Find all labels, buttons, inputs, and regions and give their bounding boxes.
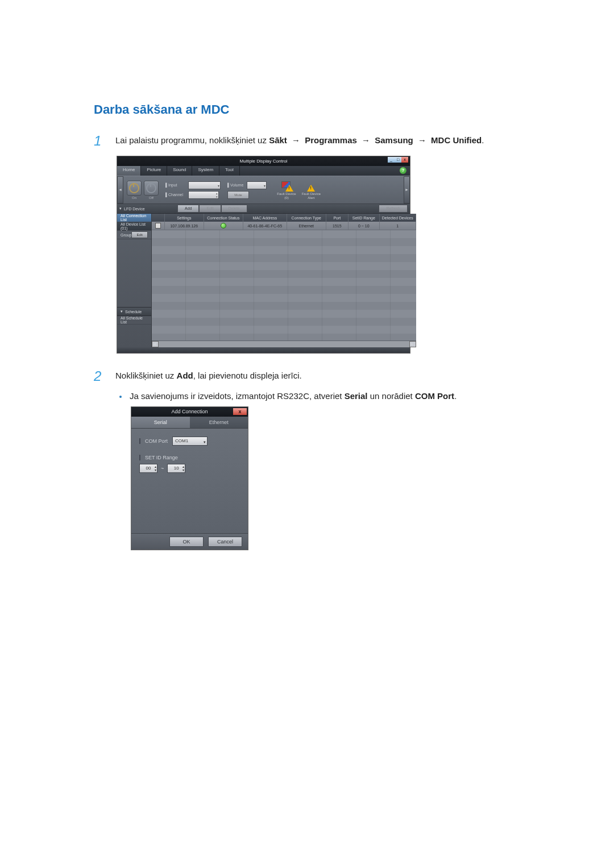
col-connection-type: Connection Type (287, 214, 326, 222)
range-from-spinner[interactable]: 00 ▴▾ (139, 464, 157, 473)
mdc-statusbar (117, 347, 410, 353)
window-close-button[interactable]: x (401, 157, 408, 163)
col-setid-range: SetID Range (349, 214, 380, 222)
menu-tool[interactable]: Tool (219, 166, 240, 176)
menu-home[interactable]: Home (117, 166, 141, 176)
scroll-right-icon[interactable]: ► (409, 341, 416, 347)
delete-button[interactable]: Delete (221, 205, 247, 213)
com-port-label: COM Port (145, 438, 168, 444)
cell-mac: 40-61-86-4E-FC-65 (243, 222, 287, 230)
mdc-main: Settings Connection Status MAC Address C… (152, 214, 416, 347)
mdc-menubar: Home Picture Sound System Tool ? (117, 166, 410, 176)
add-connection-dialog: Add Connection x Serial Ethernet COM Por… (131, 406, 248, 550)
channel-spinner[interactable]: ▴▾ (188, 191, 219, 199)
com-port-combo[interactable]: COM1 ▾ (172, 437, 208, 446)
cancel-button[interactable]: Cancel (208, 537, 242, 547)
col-port: Port (326, 214, 349, 222)
sidebar-all-connection[interactable]: All Connection List (117, 214, 151, 222)
step-2-text: Noklikšķiniet uz Add, lai pievienotu dis… (115, 369, 526, 383)
fault-alert-label1: Fault Device (302, 192, 321, 196)
range-from-value: 00 (146, 466, 151, 471)
ok-button[interactable]: OK (169, 537, 204, 547)
add-button[interactable]: Add (177, 205, 199, 213)
step-2-lead: Noklikšķiniet uz (115, 371, 177, 380)
sidebar-schedule-head[interactable]: ▾ Schedule (117, 307, 151, 316)
window-maximize-button[interactable]: □ (395, 157, 401, 163)
bullet-lead: Ja savienojums ir izveidots, izmantojot … (130, 391, 345, 401)
bullet-text: Ja savienojums ir izveidots, izmantojot … (130, 391, 457, 401)
input-label: Input (168, 183, 177, 187)
tab-serial[interactable]: Serial (131, 417, 190, 428)
arrow-icon: → (359, 135, 372, 145)
sidebar-group-edit[interactable]: Edit (131, 231, 147, 238)
row-checkbox[interactable] (155, 223, 161, 229)
toolbar-scroll-left[interactable]: ◄ (117, 176, 123, 203)
col-settings: Settings (165, 214, 204, 222)
period: . (482, 135, 484, 145)
caret-down-icon[interactable]: ▾ (119, 206, 122, 211)
menu-system[interactable]: System (192, 166, 219, 176)
fault-alert-icon[interactable] (304, 180, 318, 192)
sidebar-all-device-list[interactable]: All Device List (01) (117, 222, 151, 231)
dialog-title: Add Connection (171, 409, 208, 414)
mdc-actionbar: ▾ LFD Device Add Edit Delete Refresh (117, 204, 410, 214)
range-separator: ~ (161, 466, 164, 471)
arrow-icon: → (289, 135, 302, 145)
power-on-label: On (127, 196, 142, 200)
fault-device-count: (0) (284, 196, 288, 200)
com-port-value: COM1 (175, 438, 188, 443)
bullet-icon (119, 396, 122, 398)
horizontal-scrollbar[interactable]: ◄ ► (152, 340, 416, 347)
bullet-comport: COM Port (415, 391, 454, 401)
step-2-bold: Add (177, 371, 193, 380)
input-combo[interactable]: ▾ (188, 181, 221, 189)
mdc-sidebar: All Connection List All Device List (01)… (117, 214, 152, 347)
refresh-button[interactable]: Refresh (379, 205, 408, 213)
scroll-left-icon[interactable]: ◄ (152, 341, 159, 347)
cell-range: 0 ~ 10 (349, 222, 380, 230)
fault-device-icon[interactable] (280, 180, 293, 192)
step-1-path-samsung: Samsung (375, 135, 413, 145)
range-to-spinner[interactable]: 10 ▴▾ (167, 464, 185, 473)
section-title: Darba sākšana ar MDC (94, 102, 526, 117)
field-bar-icon (139, 438, 140, 444)
menu-picture[interactable]: Picture (141, 166, 167, 176)
help-icon[interactable]: ? (400, 167, 406, 174)
volume-field[interactable]: ▾ (247, 181, 267, 189)
menu-sound[interactable]: Sound (167, 166, 192, 176)
window-minimize-button[interactable]: _ (388, 157, 395, 163)
col-checkbox (152, 214, 165, 222)
table-empty-area (152, 230, 416, 340)
step-1-path-app: MDC Unified (431, 135, 482, 145)
dialog-close-button[interactable]: x (233, 408, 247, 415)
spinner-updown-icon[interactable]: ▴▾ (155, 465, 156, 472)
tab-ethernet[interactable]: Ethernet (190, 417, 248, 428)
step-2: 2 Noklikšķiniet uz Add, lai pievienotu d… (94, 369, 526, 383)
sidebar-all-schedule-list[interactable]: All Schedule List (117, 316, 151, 325)
table-row[interactable]: 107.108.89.126 40-61-86-4E-FC-65 Etherne… (152, 222, 416, 230)
toolbar-scroll-right[interactable]: ► (404, 176, 410, 203)
cell-conn-type: Ethernet (287, 222, 326, 230)
power-off-button[interactable] (144, 181, 159, 196)
spinner-updown-icon[interactable]: ▴▾ (182, 465, 184, 472)
fault-alert-label2: Alert (308, 196, 314, 200)
sidebar-schedule-label: Schedule (125, 310, 142, 314)
bullet-mid: un norādiet (368, 391, 415, 401)
cell-port: 1515 (326, 222, 349, 230)
mute-button[interactable]: Mute (227, 191, 249, 199)
caret-down-icon: ▾ (121, 309, 123, 314)
channel-label: Channel (168, 193, 183, 197)
sidebar-group-row: Group Edit (117, 231, 151, 239)
col-connection-status: Connection Status (204, 214, 243, 222)
edit-button[interactable]: Edit (199, 205, 221, 213)
power-on-button[interactable] (127, 181, 142, 196)
col-mac: MAC Address (243, 214, 287, 222)
step-1-path-start: Sākt (269, 135, 287, 145)
power-off-label: Off (144, 196, 159, 200)
step-1-path-programs: Programmas (305, 135, 357, 145)
range-to-value: 10 (174, 466, 179, 471)
step-2-bullet: Ja savienojums ir izveidots, izmantojot … (119, 391, 526, 401)
cell-ip: 107.108.89.126 (165, 222, 204, 230)
mdc-window: Multiple Display Control _ □ x Home Pict… (117, 156, 410, 354)
step-1-lead: Lai palaistu programmu, noklikšķiniet uz (115, 135, 269, 145)
